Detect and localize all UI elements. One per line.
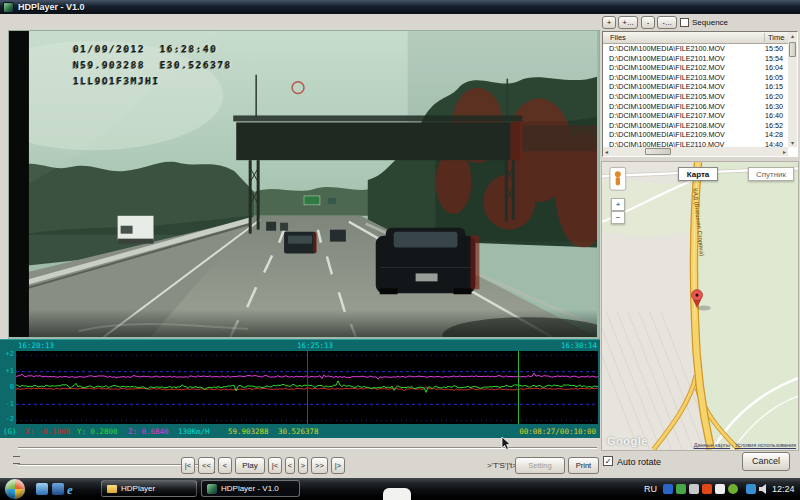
zoom-in-button[interactable]: + — [611, 198, 625, 211]
clip-time-readout: 00:08:27/00:10:00 — [519, 427, 596, 436]
file-path: D:\DCIM\100MEDIA\FILE2107.MOV — [609, 111, 761, 120]
remove-all-button[interactable]: -... — [657, 16, 677, 29]
start-button[interactable] — [5, 479, 25, 499]
car-ahead-left — [284, 232, 317, 254]
clock[interactable]: 12:24 — [772, 484, 795, 494]
tray-icon-4[interactable] — [702, 484, 712, 494]
glyph-noise: >'T'S'|'t> — [487, 461, 517, 470]
rewind-button[interactable]: << — [198, 457, 215, 474]
table-row[interactable]: D:\DCIM\100MEDIA\FILE2101.MOV15:54 — [603, 54, 788, 64]
switch-windows-icon[interactable] — [52, 483, 64, 495]
slider-grip-icon — [13, 456, 20, 464]
internet-explorer-icon[interactable]: e — [67, 482, 80, 496]
title-bar[interactable]: HDPlayer - V1.0 — [0, 0, 800, 14]
print-button[interactable]: Print — [568, 457, 599, 474]
setting-button[interactable]: Setting — [515, 457, 565, 474]
prev-file-button[interactable]: |< — [268, 457, 282, 474]
remove-file-button[interactable]: - — [641, 16, 655, 29]
next-file-button[interactable]: |> — [331, 457, 345, 474]
language-indicator[interactable]: RU — [644, 484, 657, 494]
scroll-left-icon[interactable]: ◂ — [605, 149, 608, 155]
video-viewport[interactable]: 01/09/2012 16:28:40 N59.903288 E30.52637… — [8, 30, 600, 340]
sequence-checkbox[interactable] — [680, 18, 689, 27]
tray-icon-3[interactable] — [689, 484, 699, 494]
tray-icon-5[interactable] — [715, 484, 725, 494]
cancel-button[interactable]: Cancel — [742, 452, 790, 471]
auto-rotate-checkbox[interactable]: ✓ — [603, 456, 613, 466]
tray-icon-2[interactable] — [676, 484, 686, 494]
file-list-header[interactable]: Files Time — [603, 32, 797, 44]
map-panel[interactable]: + − Карта Спутник КАД (Внешняя Сторона) … — [601, 161, 799, 451]
step-back-button[interactable]: < — [218, 457, 232, 474]
volume-icon[interactable] — [759, 484, 769, 494]
taskbar-item-hdplayer[interactable]: HDPlayer - V1.0 — [201, 480, 300, 497]
table-row[interactable]: D:\DCIM\100MEDIA\FILE2107.MOV16:40 — [603, 111, 788, 121]
table-row[interactable]: D:\DCIM\100MEDIA\FILE2108.MOV16:52 — [603, 121, 788, 131]
y-axis-label: -1 — [1, 400, 14, 408]
column-files[interactable]: Files — [610, 33, 626, 42]
y-readout: Y: 0.2800 — [77, 427, 118, 436]
y-axis-label: 0 — [1, 383, 14, 391]
terms-link[interactable]: Условия использования — [735, 442, 796, 448]
graph-time-start: 16:20:13 — [18, 341, 54, 350]
pegman-icon[interactable] — [610, 167, 626, 190]
add-folder-button[interactable]: +... — [618, 16, 638, 29]
zoom-out-button[interactable]: − — [611, 211, 625, 224]
vertical-scrollbar[interactable]: ▴ ▾ — [788, 32, 797, 147]
gsensor-panel: 16:20:13 16:25:13 16:30:14 +2 +1 0 -1 -2… — [0, 339, 600, 438]
video-edge-bar — [9, 31, 29, 337]
tray-icon-6[interactable] — [728, 484, 738, 494]
add-file-button[interactable]: + — [602, 16, 616, 29]
file-time: 16:52 — [765, 121, 788, 130]
google-logo: Google — [607, 435, 648, 447]
table-row[interactable]: D:\DCIM\100MEDIA\FILE2100.MOV15:50 — [603, 44, 788, 54]
file-path: D:\DCIM\100MEDIA\FILE2101.MOV — [609, 54, 761, 63]
horizontal-scroll-thumb[interactable] — [645, 148, 671, 155]
gsensor-waveform[interactable] — [16, 351, 598, 424]
table-row[interactable]: D:\DCIM\100MEDIA\FILE2106.MOV16:30 — [603, 102, 788, 112]
show-desktop-icon[interactable] — [36, 483, 48, 495]
horizontal-scrollbar[interactable]: ◂ ▸ — [603, 147, 788, 156]
file-path: D:\DCIM\100MEDIA\FILE2100.MOV — [609, 44, 761, 53]
popup-corner — [383, 488, 411, 500]
table-row[interactable]: D:\DCIM\100MEDIA\FILE2105.MOV16:20 — [603, 92, 788, 102]
auto-rotate-label: Auto rotate — [617, 457, 661, 467]
task-label: HDPlayer — [121, 484, 155, 493]
taskbar-item-folder[interactable]: HDPlayer — [101, 480, 197, 497]
file-time: 16:15 — [765, 82, 788, 91]
vertical-scroll-thumb[interactable] — [789, 42, 796, 57]
satellite-type-button[interactable]: Спутник — [748, 167, 794, 181]
table-row[interactable]: D:\DCIM\100MEDIA\FILE2110.MOV14:40 — [603, 140, 788, 147]
fast-forward-button[interactable]: >> — [311, 457, 328, 474]
latitude-readout: 59.903288 — [228, 427, 269, 436]
mouse-cursor — [501, 437, 511, 450]
scroll-down-icon[interactable]: ▾ — [788, 140, 797, 146]
overlay-stamp: 1LL9O1F3MJHI — [73, 75, 160, 86]
jump-start-button[interactable]: |< — [181, 457, 195, 474]
frame-forward-button[interactable]: > — [298, 457, 308, 474]
sequence-label: Sequence — [692, 18, 728, 27]
transport-controls: |< << < Play |< < > >> |> — [181, 457, 345, 474]
frame-back-button[interactable]: < — [285, 457, 295, 474]
tray-icon-7[interactable] — [746, 484, 756, 494]
y-axis-label: +1 — [1, 367, 14, 375]
map-type-button[interactable]: Карта — [678, 167, 718, 181]
file-time: 16:40 — [765, 111, 788, 120]
map-data-link[interactable]: Данные карты — [694, 442, 730, 448]
hdplayer-icon — [207, 484, 217, 494]
table-row[interactable]: D:\DCIM\100MEDIA\FILE2103.MOV16:05 — [603, 73, 788, 83]
window-title: HDPlayer - V1.0 — [18, 2, 85, 12]
hdplayer-window: HDPlayer - V1.0 — [0, 0, 800, 500]
table-row[interactable]: D:\DCIM\100MEDIA\FILE2104.MOV16:15 — [603, 82, 788, 92]
scroll-up-icon[interactable]: ▴ — [788, 33, 797, 39]
table-row[interactable]: D:\DCIM\100MEDIA\FILE2102.MOV16:04 — [603, 63, 788, 73]
file-path: D:\DCIM\100MEDIA\FILE2102.MOV — [609, 63, 761, 72]
scroll-right-icon[interactable]: ▸ — [783, 149, 786, 155]
table-row[interactable]: D:\DCIM\100MEDIA\FILE2109.MOV14:28 — [603, 130, 788, 140]
map-canvas[interactable] — [602, 162, 798, 450]
tray-icon-1[interactable] — [663, 484, 673, 494]
road-sign-green — [304, 196, 320, 205]
column-time[interactable]: Time — [764, 33, 784, 42]
play-button[interactable]: Play — [235, 457, 265, 474]
car-ahead-main — [376, 228, 480, 295]
